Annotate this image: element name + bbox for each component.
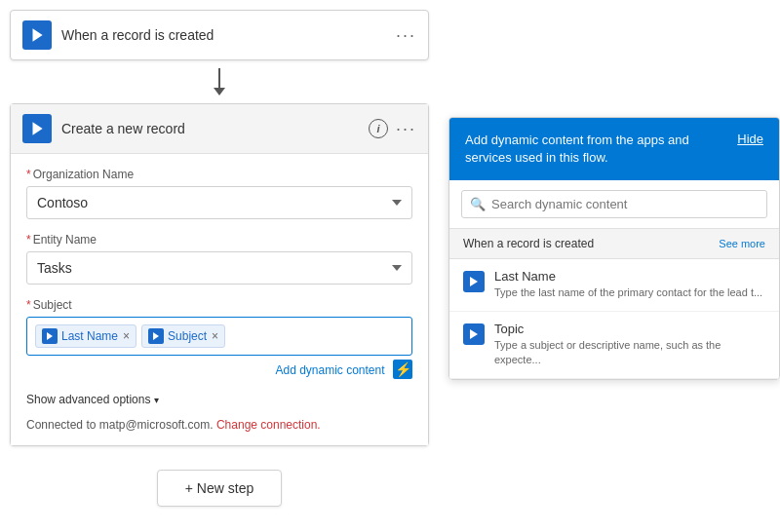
dynamic-section-header: When a record is created See more bbox=[449, 229, 779, 259]
hide-button[interactable]: Hide bbox=[737, 132, 763, 146]
entity-name-value: Tasks bbox=[37, 260, 72, 276]
main-canvas: When a record is created ··· Create a ne… bbox=[0, 0, 780, 532]
tag-subject-icon bbox=[148, 328, 164, 344]
tag-subject[interactable]: Subject × bbox=[141, 324, 225, 348]
subject-required: * bbox=[26, 298, 31, 312]
svg-marker-4 bbox=[470, 277, 478, 286]
entity-name-chevron-icon bbox=[392, 265, 402, 271]
new-step-container: + New step bbox=[10, 470, 429, 507]
org-name-value: Contoso bbox=[37, 195, 88, 210]
svg-marker-2 bbox=[47, 332, 53, 340]
org-name-required: * bbox=[26, 168, 31, 181]
advanced-chevron-icon: ▾ bbox=[154, 395, 159, 405]
flow-area: When a record is created ··· Create a ne… bbox=[10, 10, 429, 507]
dynamic-search-container: 🔍 bbox=[449, 180, 779, 229]
dynamic-panel-header-text: Add dynamic content from the apps and se… bbox=[465, 132, 727, 167]
add-dynamic-btn[interactable]: ⚡ bbox=[393, 360, 412, 379]
see-more-link[interactable]: See more bbox=[719, 238, 765, 249]
trigger-icon bbox=[22, 20, 52, 50]
svg-marker-1 bbox=[33, 122, 43, 135]
dynamic-item-0-content: Last Name Type the last name of the prim… bbox=[494, 269, 765, 300]
tag-last-name-icon bbox=[42, 328, 58, 344]
trigger-menu[interactable]: ··· bbox=[396, 25, 416, 46]
svg-marker-0 bbox=[33, 28, 43, 42]
dynamic-item-0-name: Last Name bbox=[494, 269, 765, 284]
action-info-icon[interactable]: i bbox=[369, 119, 388, 138]
search-container: 🔍 bbox=[461, 190, 767, 218]
dynamic-panel-header: Add dynamic content from the apps and se… bbox=[449, 118, 779, 180]
dynamic-item-1-desc: Type a subject or descriptive name, such… bbox=[494, 338, 765, 368]
connection-info: Connected to matp@microsoft.com. Change … bbox=[26, 418, 412, 432]
subject-input[interactable]: Last Name × Subject × bbox=[26, 317, 412, 356]
action-icon bbox=[22, 114, 52, 143]
add-dynamic-container: Add dynamic content ⚡ bbox=[26, 356, 412, 379]
tag-subject-close[interactable]: × bbox=[212, 329, 218, 343]
dynamic-item-1-icon bbox=[463, 323, 485, 345]
tag-last-name-close[interactable]: × bbox=[123, 329, 130, 343]
entity-name-label: *Entity Name bbox=[26, 233, 412, 247]
org-name-select[interactable]: Contoso bbox=[26, 186, 412, 219]
show-advanced-options[interactable]: Show advanced options ▾ bbox=[26, 393, 412, 406]
action-block: Create a new record i ··· *Organization … bbox=[10, 103, 429, 446]
svg-marker-3 bbox=[153, 332, 159, 340]
dynamic-item-1-content: Topic Type a subject or descriptive name… bbox=[494, 322, 765, 368]
trigger-block[interactable]: When a record is created ··· bbox=[10, 10, 429, 60]
search-input[interactable] bbox=[491, 197, 759, 211]
org-name-chevron-icon bbox=[392, 200, 402, 206]
dynamic-section-title: When a record is created bbox=[463, 237, 594, 250]
action-title: Create a new record bbox=[61, 121, 369, 136]
add-dynamic-link[interactable]: Add dynamic content bbox=[275, 363, 384, 377]
org-name-field: *Organization Name Contoso bbox=[26, 168, 412, 219]
search-icon: 🔍 bbox=[470, 197, 486, 211]
svg-marker-5 bbox=[470, 329, 478, 339]
tag-last-name[interactable]: Last Name × bbox=[35, 324, 136, 348]
dynamic-panel: Add dynamic content from the apps and se… bbox=[448, 117, 780, 380]
arrow-connector bbox=[10, 60, 429, 103]
action-block-body: *Organization Name Contoso *Entity Name … bbox=[11, 154, 428, 445]
dynamic-item-0-icon bbox=[463, 271, 485, 292]
entity-name-select[interactable]: Tasks bbox=[26, 251, 412, 285]
tag-subject-label: Subject bbox=[168, 329, 207, 343]
change-connection-link[interactable]: Change connection. bbox=[216, 418, 321, 432]
dynamic-item-0[interactable]: Last Name Type the last name of the prim… bbox=[449, 259, 779, 311]
arrow-down-icon bbox=[214, 88, 225, 95]
action-block-header: Create a new record i ··· bbox=[11, 104, 428, 154]
entity-name-required: * bbox=[26, 233, 31, 247]
subject-label: *Subject bbox=[26, 298, 412, 312]
tag-last-name-label: Last Name bbox=[61, 329, 118, 343]
arrow-line bbox=[218, 68, 220, 88]
entity-name-field: *Entity Name Tasks bbox=[26, 233, 412, 285]
org-name-label: *Organization Name bbox=[26, 168, 412, 181]
trigger-title: When a record is created bbox=[61, 27, 396, 43]
subject-field: *Subject Last Name × bbox=[26, 298, 412, 379]
new-step-button[interactable]: + New step bbox=[157, 470, 282, 507]
dynamic-item-1-name: Topic bbox=[494, 322, 765, 336]
action-menu[interactable]: ··· bbox=[396, 119, 416, 139]
dynamic-item-0-desc: Type the last name of the primary contac… bbox=[494, 285, 765, 300]
dynamic-item-1[interactable]: Topic Type a subject or descriptive name… bbox=[449, 312, 779, 379]
